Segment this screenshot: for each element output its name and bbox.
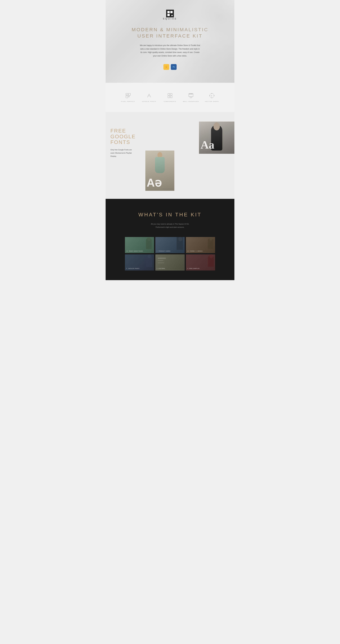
svg-text:P: P — [126, 94, 127, 95]
feature-pixel-perfect-label: PIXEL PERFECT — [121, 101, 135, 102]
svg-rect-17 — [170, 96, 172, 98]
well-organized-icon — [188, 92, 194, 99]
features-section: P PIXEL PERFECT GOOGLE FONTS COMPONENTS — [106, 83, 234, 112]
feature-google-fonts: GOOGLE FONTS — [138, 92, 160, 102]
svg-rect-21 — [190, 94, 192, 94]
svg-rect-10 — [126, 96, 128, 98]
svg-rect-20 — [190, 94, 190, 94]
playfair-display-image: Aa PLAYFAIR DISPLAY — [199, 122, 234, 154]
fonts-title: FREEGOOGLEFONTS — [110, 128, 136, 145]
kit-section-title: WHAT'S IN THE KIT — [109, 212, 231, 218]
svg-rect-14 — [168, 94, 170, 96]
feature-well-organized: WELL ORGANIZED — [180, 92, 202, 102]
svg-rect-1 — [168, 11, 170, 13]
kit-item-free-samples: 5 FREE SAMPLES — [186, 254, 215, 270]
svg-rect-9 — [128, 94, 130, 96]
logo-container: SQUIXE — [109, 10, 231, 20]
kit-item-label-free-samples: 5 FREE SAMPLES — [187, 268, 200, 269]
kit-grid: 16 READY-MADE PAGES 6 PRODUCT CARDS 12 — [125, 237, 215, 270]
hero-title: MODERN & MINIMALISTIC USER INTERFACE KIT — [109, 26, 231, 39]
hero-section: SQUIXE MODERN & MINIMALISTIC USER INTERF… — [106, 0, 234, 83]
kit-item-catalog-pages: 5 CATALOG PAGES — [125, 254, 154, 270]
kit-item-footers: 5 FOOTERS — [155, 254, 184, 270]
fonts-images: Aa PLAYFAIR DISPLAY Aə MONTSERRAT — [140, 122, 234, 199]
playfair-char: Aa — [200, 139, 214, 150]
tool-icons: Ps — [109, 64, 231, 70]
sketch-tool-icon — [164, 64, 169, 70]
kit-item-product-cards: 6 PRODUCT CARDS — [155, 237, 184, 253]
svg-rect-2 — [170, 11, 172, 13]
kit-item-label-ready-made: 16 READY-MADE PAGES — [126, 250, 143, 252]
feature-components: COMPONENTS — [160, 92, 180, 102]
fonts-section: FREEGOOGLEFONTS Only free Google Fonts a… — [106, 112, 234, 199]
svg-rect-3 — [168, 14, 170, 16]
montserrat-label: MONTSERRAT — [163, 188, 173, 190]
svg-point-24 — [212, 98, 212, 98]
feature-components-label: COMPONENTS — [164, 101, 176, 102]
logo-icon — [166, 10, 174, 18]
feature-vector-shape-label: VECTOR SHAPE — [205, 101, 219, 102]
kit-item-ready-made-pages: 16 READY-MADE PAGES — [125, 237, 154, 253]
svg-rect-4 — [170, 14, 172, 15]
svg-rect-16 — [168, 96, 170, 98]
feature-well-organized-label: WELL ORGANIZED — [183, 101, 199, 102]
svg-rect-0 — [166, 10, 174, 18]
photoshop-tool-icon: Ps — [171, 64, 176, 70]
kit-item-label-forms: 12 FORMS + 1 BONUS — [187, 250, 203, 252]
playfair-label: PLAYFAIR DISPLAY — [219, 151, 233, 152]
svg-rect-5 — [172, 15, 172, 16]
svg-point-22 — [212, 93, 212, 94]
pixel-perfect-icon: P — [125, 92, 131, 99]
montserrat-char: Aə — [147, 177, 162, 188]
kit-item-forms: 12 FORMS + 1 BONUS — [186, 237, 215, 253]
svg-point-23 — [214, 95, 214, 96]
fonts-content: FREEGOOGLEFONTS Only free Google Fonts a… — [106, 122, 234, 199]
logo-text: SQUIXE — [163, 18, 177, 20]
dark-kit-section: WHAT'S IN THE KIT All you may need is al… — [106, 199, 234, 280]
kit-section-description: All you may need is already in The Squix… — [109, 222, 231, 229]
kit-item-label-footers: 5 FOOTERS — [157, 268, 165, 269]
svg-rect-11 — [128, 96, 130, 97]
fonts-description: Only free Google Fonts are used: Montser… — [110, 148, 136, 158]
svg-rect-19 — [190, 97, 192, 98]
feature-vector-shape: S VECTOR SHAPE — [202, 92, 222, 102]
feature-google-fonts-label: GOOGLE FONTS — [142, 101, 156, 102]
components-icon — [167, 92, 173, 99]
fonts-text: FREEGOOGLEFONTS Only free Google Fonts a… — [106, 122, 140, 199]
hero-description: We are happy to introduce you the ultima… — [140, 44, 200, 58]
svg-rect-15 — [170, 94, 172, 96]
feature-pixel-perfect: P PIXEL PERFECT — [118, 92, 138, 102]
montserrat-image: Aə MONTSERRAT — [145, 150, 174, 191]
vector-shape-icon: S — [209, 92, 215, 99]
kit-item-label-catalog: 5 CATALOG PAGES — [126, 268, 140, 269]
svg-text:S: S — [211, 95, 212, 97]
svg-point-25 — [209, 95, 210, 96]
kit-item-label-product-cards: 6 PRODUCT CARDS — [157, 250, 170, 252]
google-fonts-icon — [146, 92, 152, 99]
